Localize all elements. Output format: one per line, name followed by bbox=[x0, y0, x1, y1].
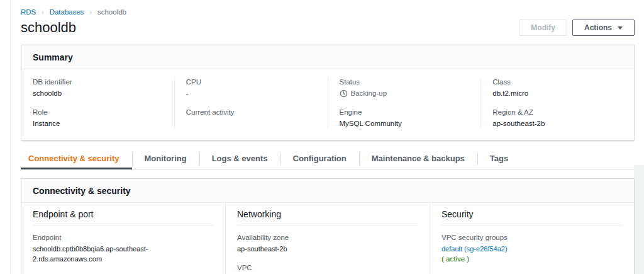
field-label: VPC bbox=[237, 263, 418, 273]
field-label: Availability zone bbox=[237, 232, 418, 243]
field-endpoint: Endpointschooldb.cptb0b8bqia6.ap-southea… bbox=[33, 232, 214, 264]
caret-down-icon bbox=[618, 26, 623, 30]
summary-column: CPU-Current activity bbox=[174, 77, 328, 128]
breadcrumb-databases[interactable]: Databases bbox=[50, 8, 84, 16]
field-label: Engine bbox=[340, 107, 470, 117]
status-text: Backing-up bbox=[351, 88, 387, 98]
page-header: schooldb Modify Actions bbox=[21, 20, 635, 36]
field-value: db.t2.micro bbox=[492, 88, 623, 98]
field-label: Region & AZ bbox=[492, 107, 623, 117]
field-value: Instance bbox=[33, 118, 163, 128]
field-value: MySQL Community bbox=[340, 118, 470, 128]
summary-card-body: DB identifierschooldbRoleInstanceCPU-Cur… bbox=[21, 69, 634, 140]
field-label: VPC security groups bbox=[441, 232, 623, 243]
tab-logs-events[interactable]: Logs & events bbox=[199, 151, 280, 169]
tab-label: Tags bbox=[490, 154, 508, 163]
summary-column: Classdb.t2.microRegion & AZap-southeast-… bbox=[480, 77, 634, 128]
field-region-az: Region & AZap-southeast-2b bbox=[492, 107, 623, 128]
field-class: Classdb.t2.micro bbox=[492, 77, 623, 98]
tab-configuration[interactable]: Configuration bbox=[280, 151, 359, 169]
actions-button[interactable]: Actions bbox=[572, 20, 635, 36]
section-title: Networking bbox=[237, 203, 418, 225]
summary-card-title: Summary bbox=[21, 45, 634, 69]
tab-label: Connectivity & security bbox=[28, 154, 119, 163]
page-title: schooldb bbox=[21, 20, 76, 36]
tab-bar: Connectivity & securityMonitoringLogs & … bbox=[21, 151, 635, 169]
left-rail bbox=[0, 0, 11, 274]
security-group-state: ( active ) bbox=[441, 254, 623, 264]
field-value: - bbox=[186, 88, 316, 98]
field-label: Current activity bbox=[186, 107, 316, 117]
field-label: DB identifier bbox=[33, 77, 163, 87]
field-engine: EngineMySQL Community bbox=[340, 107, 470, 128]
field-role: RoleInstance bbox=[33, 107, 163, 128]
section-networking: NetworkingAvailability zoneap-southeast-… bbox=[225, 203, 430, 274]
clock-icon bbox=[340, 89, 348, 98]
summary-column: Status Backing-upEngineMySQL Community bbox=[328, 77, 481, 128]
field-value: ap-southeast-2b bbox=[492, 118, 623, 128]
field-label: Status bbox=[340, 77, 470, 87]
field-label: Role bbox=[33, 107, 163, 117]
field-value: schooldb.cptb0b8bqia6.ap-southeast-2.rds… bbox=[33, 244, 214, 264]
header-actions: Modify Actions bbox=[519, 20, 635, 36]
summary-card: Summary DB identifierschooldbRoleInstanc… bbox=[21, 45, 635, 140]
breadcrumb-separator-icon: › bbox=[90, 9, 92, 16]
field-label: Endpoint bbox=[33, 232, 214, 243]
tab-tags[interactable]: Tags bbox=[477, 151, 521, 169]
breadcrumb-rds[interactable]: RDS bbox=[21, 8, 36, 16]
tab-maintenance-backups[interactable]: Maintenance & backups bbox=[359, 151, 477, 169]
tab-label: Logs & events bbox=[212, 154, 268, 163]
field-label: Class bbox=[492, 77, 623, 87]
connectivity-card: Connectivity & security Endpoint & portE… bbox=[21, 178, 635, 274]
field-vpc-security-groups: VPC security groupsdefault (sg-e26f54a2)… bbox=[441, 232, 623, 264]
modify-button[interactable]: Modify bbox=[519, 20, 567, 36]
section-title: Security bbox=[441, 203, 623, 225]
section-title: Endpoint & port bbox=[33, 203, 214, 225]
connectivity-card-body: Endpoint & portEndpointschooldb.cptb0b8b… bbox=[21, 203, 634, 274]
section-security: SecurityVPC security groupsdefault (sg-e… bbox=[430, 203, 634, 274]
rds-database-detail-page: RDS › Databases › schooldb schooldb Modi… bbox=[11, 0, 644, 274]
tab-label: Maintenance & backups bbox=[372, 154, 465, 163]
breadcrumb: RDS › Databases › schooldb bbox=[21, 8, 635, 16]
field-label: CPU bbox=[186, 77, 316, 87]
field-availability-zone: Availability zoneap-southeast-2b bbox=[237, 232, 418, 254]
field-value: schooldb bbox=[33, 88, 163, 98]
field-db-identifier: DB identifierschooldb bbox=[33, 77, 163, 98]
breadcrumb-current: schooldb bbox=[97, 8, 126, 16]
field-current-activity: Current activity bbox=[186, 107, 316, 128]
field-value: Backing-up bbox=[340, 88, 470, 98]
field-value: ap-southeast-2b bbox=[237, 244, 418, 254]
link-default-sg-e26f54a2[interactable]: default (sg-e26f54a2) bbox=[441, 244, 623, 254]
field-vpc: VPCvpc-53b54a35 bbox=[237, 263, 418, 274]
section-endpoint-port: Endpoint & portEndpointschooldb.cptb0b8b… bbox=[21, 203, 225, 274]
tab-label: Configuration bbox=[293, 154, 347, 163]
tab-monitoring[interactable]: Monitoring bbox=[132, 151, 199, 169]
field-status: Status Backing-up bbox=[340, 77, 470, 98]
connectivity-card-title: Connectivity & security bbox=[21, 179, 634, 203]
tab-label: Monitoring bbox=[145, 154, 187, 163]
actions-button-label: Actions bbox=[584, 23, 612, 32]
field-value bbox=[186, 118, 316, 128]
summary-column: DB identifierschooldbRoleInstance bbox=[21, 77, 174, 128]
breadcrumb-separator-icon: › bbox=[42, 9, 43, 16]
field-cpu: CPU- bbox=[186, 77, 316, 98]
tab-connectivity-security[interactable]: Connectivity & security bbox=[21, 151, 132, 169]
